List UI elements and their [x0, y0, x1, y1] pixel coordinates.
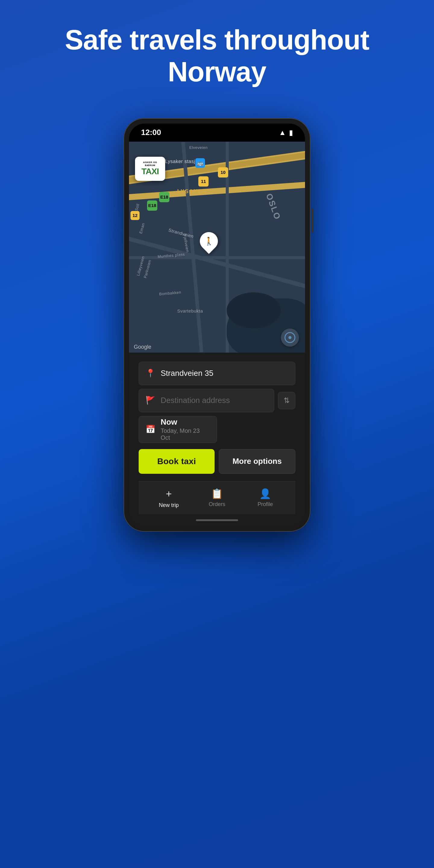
home-indicator [138, 514, 296, 526]
road-badge-11: 11 [198, 176, 209, 187]
pin-person-icon: 🚶 [204, 236, 214, 246]
pickup-field[interactable]: 📍 Strandveien 35 [138, 362, 296, 385]
map-view[interactable]: LYSAKER OSLO Strandveien Svartebukta Bom… [129, 142, 305, 352]
road-badge-12: 12 [130, 211, 140, 220]
destination-row: 🚩 Destination address ⇅ [138, 389, 296, 412]
calendar-icon: 📅 [146, 425, 155, 434]
phone-mockup: 12:00 ▲ ▮ LY [124, 118, 310, 532]
road-horizontal-1 [129, 256, 305, 259]
status-bar: 12:00 ▲ ▮ [129, 124, 305, 142]
new-trip-label: New trip [159, 502, 179, 508]
booking-panel: 📍 Strandveien 35 🚩 Destination address ⇅… [129, 352, 305, 526]
location-btn-inner [284, 332, 296, 343]
pickup-icon: 📍 [146, 369, 155, 378]
orders-icon: 📋 [211, 488, 223, 499]
destination-icon: 🚩 [146, 396, 155, 405]
location-btn-dot [288, 336, 291, 339]
home-bar [196, 519, 238, 521]
side-button [312, 209, 313, 233]
nav-item-orders[interactable]: 📋 Orders [193, 488, 241, 507]
taxi-logo-top: ASKER OG [143, 161, 157, 164]
schedule-field[interactable]: 📅 Now Today, Mon 23 Oct [138, 416, 217, 443]
road-badge-e18-1: E18 [159, 192, 169, 202]
water-body-2 [227, 292, 281, 329]
taxi-logo-middle: BÆRUM [145, 164, 156, 167]
profile-icon: 👤 [259, 488, 271, 499]
pickup-value: Strandveien 35 [161, 369, 213, 378]
google-watermark: Google [134, 344, 151, 350]
wifi-icon: ▲ [279, 128, 286, 137]
bus-icon: 🚌 [195, 158, 205, 168]
destination-field[interactable]: 🚩 Destination address [138, 389, 274, 412]
hero-title: Safe travels throughout Norway [0, 24, 434, 88]
schedule-date-label: Today, Mon 23 Oct [161, 427, 210, 441]
schedule-now-label: Now [161, 417, 210, 427]
nav-item-new-trip[interactable]: ＋ New trip [145, 487, 193, 508]
schedule-info: Now Today, Mon 23 Oct [161, 417, 210, 441]
more-options-button[interactable]: More options [219, 449, 296, 474]
nav-item-profile[interactable]: 👤 Profile [241, 488, 289, 507]
action-buttons: Book taxi More options [138, 449, 296, 474]
pin-circle: 🚶 [196, 228, 222, 254]
status-icons: ▲ ▮ [279, 128, 293, 137]
book-taxi-button[interactable]: Book taxi [138, 449, 215, 474]
swap-button[interactable]: ⇅ [278, 392, 296, 409]
bottom-navigation: ＋ New trip 📋 Orders 👤 Profile [138, 481, 296, 514]
status-time: 12:00 [141, 128, 161, 137]
my-location-button[interactable] [281, 329, 299, 347]
destination-placeholder: Destination address [161, 396, 230, 405]
profile-label: Profile [257, 501, 273, 507]
new-trip-icon: ＋ [164, 487, 174, 500]
taxi-logo: ASKER OG BÆRUM TAXI [135, 157, 165, 181]
road-badge-e18-2: E18 [147, 200, 157, 211]
taxi-logo-brand: TAXI [141, 167, 159, 176]
user-location-pin: 🚶 [200, 232, 218, 253]
battery-icon: ▮ [289, 128, 293, 137]
road-badge-10: 10 [218, 167, 228, 178]
orders-label: Orders [209, 501, 225, 507]
